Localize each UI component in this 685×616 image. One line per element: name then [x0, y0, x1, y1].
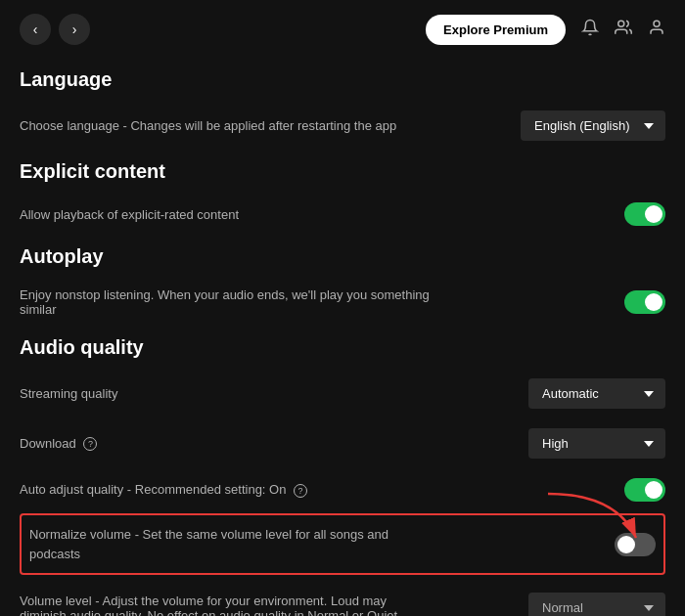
auto-adjust-label: Auto adjust quality - Recommended settin… [20, 482, 431, 498]
top-nav: ‹ › Explore Premium [0, 0, 685, 59]
auto-adjust-slider [624, 478, 665, 502]
svg-point-1 [654, 21, 660, 26]
language-row: Choose language - Changes will be applie… [20, 101, 665, 151]
auto-adjust-toggle-container[interactable] [624, 478, 665, 502]
explicit-content-title: Explicit content [20, 160, 665, 183]
autoplay-row: Enjoy nonstop listening. When your audio… [20, 278, 665, 327]
autoplay-toggle-container[interactable] [624, 290, 665, 314]
explore-premium-button[interactable]: Explore Premium [426, 15, 566, 45]
language-title: Language [20, 68, 665, 91]
user-icon[interactable] [648, 19, 665, 41]
nav-right: Explore Premium [426, 15, 665, 45]
explicit-content-slider [624, 202, 665, 226]
explicit-content-section: Explicit content Allow playback of expli… [20, 160, 665, 236]
autoplay-section: Autoplay Enjoy nonstop listening. When y… [20, 245, 665, 327]
content: Language Choose language - Changes will … [0, 68, 685, 616]
download-dropdown[interactable]: High [528, 428, 665, 459]
download-row: Download ? High [20, 418, 665, 468]
back-button[interactable]: ‹ [20, 14, 51, 45]
language-section: Language Choose language - Changes will … [20, 68, 665, 151]
streaming-quality-dropdown[interactable]: Automatic [528, 378, 665, 409]
bell-icon[interactable] [581, 19, 599, 41]
language-dropdown[interactable]: English (English) [521, 110, 665, 141]
autoplay-title: Autoplay [20, 245, 665, 268]
streaming-quality-label: Streaming quality [20, 386, 431, 401]
explicit-content-toggle-container[interactable] [624, 202, 665, 226]
language-description: Choose language - Changes will be applie… [20, 118, 431, 133]
audio-quality-title: Audio quality [20, 336, 665, 359]
normalize-volume-slider [615, 533, 656, 556]
volume-level-row: Volume level - Adjust the volume for you… [20, 583, 665, 616]
friends-icon[interactable] [615, 19, 632, 41]
audio-quality-section: Audio quality Streaming quality Automati… [20, 336, 665, 616]
volume-level-label: Volume level - Adjust the volume for you… [20, 594, 431, 617]
autoplay-slider [624, 290, 665, 314]
normalize-volume-highlight: Normalize volume - Set the same volume l… [20, 513, 665, 575]
explicit-content-row: Allow playback of explicit-rated content [20, 193, 665, 236]
auto-adjust-row: Auto adjust quality - Recommended settin… [20, 468, 665, 511]
streaming-quality-row: Streaming quality Automatic [20, 369, 665, 418]
nav-arrows: ‹ › [20, 14, 90, 45]
normalize-volume-label: Normalize volume - Set the same volume l… [29, 525, 440, 563]
autoplay-description: Enjoy nonstop listening. When your audio… [20, 287, 431, 317]
volume-level-dropdown[interactable]: Normal [528, 593, 665, 616]
forward-button[interactable]: › [59, 14, 90, 45]
normalize-volume-row: Normalize volume - Set the same volume l… [20, 513, 665, 575]
normalize-volume-toggle-container[interactable] [615, 533, 656, 556]
auto-adjust-help-icon: ? [294, 484, 307, 498]
explicit-content-description: Allow playback of explicit-rated content [20, 207, 431, 222]
download-label: Download ? [20, 436, 431, 452]
download-help-icon: ? [83, 437, 97, 451]
svg-point-0 [618, 21, 624, 26]
